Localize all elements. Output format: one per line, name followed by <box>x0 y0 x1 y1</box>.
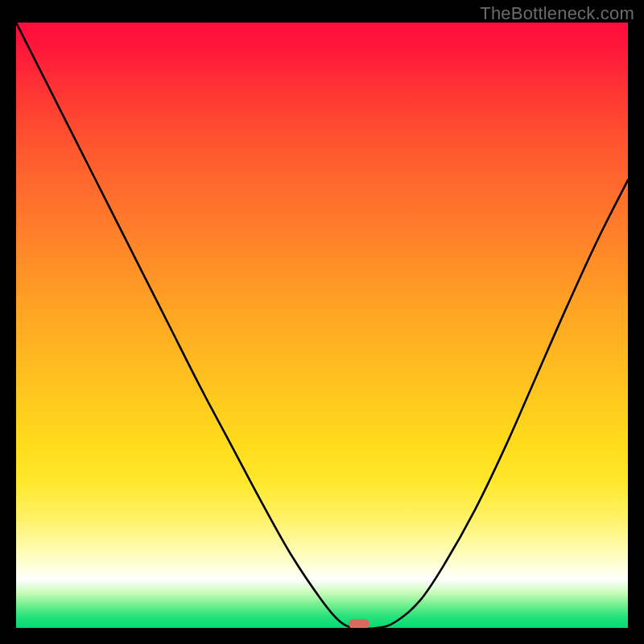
plot-area <box>16 23 628 628</box>
chart-frame: TheBottleneck.com <box>0 0 644 644</box>
bottleneck-curve <box>16 23 628 628</box>
sweet-spot-marker <box>349 619 369 628</box>
watermark-text: TheBottleneck.com <box>480 3 634 24</box>
